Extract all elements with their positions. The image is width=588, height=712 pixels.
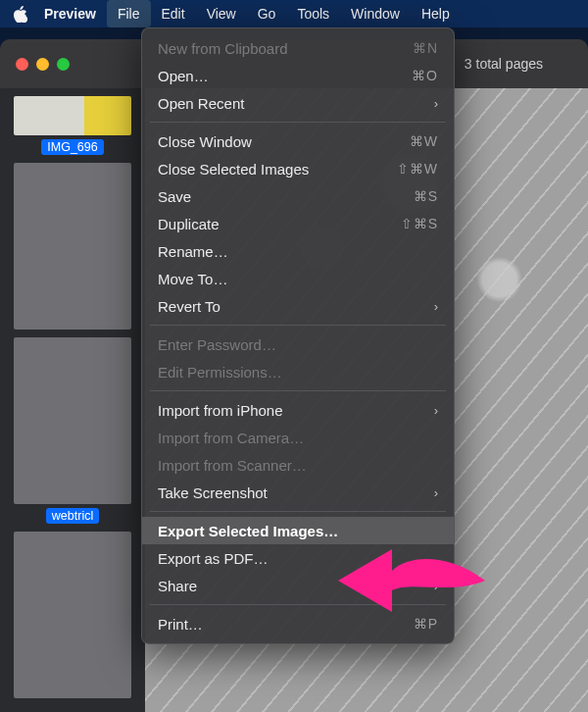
menu-item-rename[interactable]: Rename… xyxy=(142,237,454,265)
menu-item-label: Import from iPhone xyxy=(158,402,426,419)
menu-item-label: Open Recent xyxy=(158,95,426,112)
menubar-edit[interactable]: Edit xyxy=(151,0,196,27)
menu-item-duplicate[interactable]: Duplicate⇧⌘S xyxy=(142,210,454,237)
menu-item-take-screenshot[interactable]: Take Screenshot› xyxy=(142,479,454,506)
menu-item-label: Close Selected Images xyxy=(158,161,397,178)
menu-item-shortcut: ⌘W xyxy=(410,133,438,149)
menu-item-shortcut: ⌘S xyxy=(414,188,438,204)
menu-separator xyxy=(150,122,446,123)
menu-item-label: New from Clipboard xyxy=(158,40,413,57)
menubar-file[interactable]: File xyxy=(107,0,151,27)
menu-item-label: Save xyxy=(158,188,414,205)
menubar-go[interactable]: Go xyxy=(247,0,287,27)
menu-item-shortcut: ⇧⌘S xyxy=(401,216,438,231)
menu-item-label: Open… xyxy=(158,68,412,84)
menu-item-edit-permissions: Edit Permissions… xyxy=(142,358,454,385)
menu-item-revert-to[interactable]: Revert To› xyxy=(142,292,454,320)
menubar-window[interactable]: Window xyxy=(340,0,411,27)
menubar-view[interactable]: View xyxy=(196,0,247,27)
menu-item-import-from-iphone[interactable]: Import from iPhone› xyxy=(142,396,454,424)
menu-item-new-from-clipboard: New from Clipboard⌘N xyxy=(142,34,454,62)
window-minimize-button[interactable] xyxy=(36,58,49,71)
menu-item-label: Move To… xyxy=(158,271,438,287)
thumbnail-image xyxy=(14,337,131,504)
menu-item-open[interactable]: Open…⌘O xyxy=(142,62,454,89)
menu-item-print[interactable]: Print…⌘P xyxy=(142,610,454,637)
thumbnail-image xyxy=(14,532,131,698)
chevron-right-icon: › xyxy=(434,96,438,111)
menu-separator xyxy=(150,511,446,512)
menu-item-label: Print… xyxy=(158,616,414,633)
menu-item-label: Share xyxy=(158,578,426,594)
menu-item-share[interactable]: Share› xyxy=(142,572,454,599)
menu-item-close-selected-images[interactable]: Close Selected Images⇧⌘W xyxy=(142,155,454,182)
window-zoom-button[interactable] xyxy=(57,58,70,71)
chevron-right-icon: › xyxy=(434,485,438,500)
thumbnail-label: webtricl xyxy=(46,508,99,524)
thumbnail-item[interactable]: IMG_696 xyxy=(10,96,135,155)
menu-item-enter-password: Enter Password… xyxy=(142,331,454,358)
thumbnail-image xyxy=(14,96,131,135)
menu-item-shortcut: ⌘P xyxy=(414,616,438,632)
menu-separator xyxy=(150,604,446,605)
menu-item-label: Revert To xyxy=(158,298,426,315)
thumbnail-item[interactable] xyxy=(10,532,135,698)
menu-item-close-window[interactable]: Close Window⌘W xyxy=(142,127,454,155)
menu-item-label: Import from Scanner… xyxy=(158,457,438,474)
apple-logo-icon[interactable] xyxy=(6,6,33,23)
thumbnail-image xyxy=(14,163,131,330)
menu-item-save[interactable]: Save⌘S xyxy=(142,182,454,210)
chevron-right-icon: › xyxy=(434,403,438,418)
window-traffic-lights xyxy=(16,58,70,71)
window-close-button[interactable] xyxy=(16,58,28,71)
chevron-right-icon: › xyxy=(434,579,438,593)
menu-item-shortcut: ⌘N xyxy=(413,40,438,56)
macos-menubar: Preview File Edit View Go Tools Window H… xyxy=(0,0,588,27)
menu-item-shortcut: ⇧⌘W xyxy=(397,161,438,177)
menu-item-label: Export Selected Images… xyxy=(158,523,438,539)
menubar-tools[interactable]: Tools xyxy=(286,0,340,27)
menu-item-label: Close Window xyxy=(158,133,410,150)
menu-item-import-from-scanner: Import from Scanner… xyxy=(142,451,454,479)
menu-item-export-as-pdf[interactable]: Export as PDF… xyxy=(142,544,454,572)
page-count-label: 3 total pages xyxy=(465,56,543,72)
menubar-app-name[interactable]: Preview xyxy=(33,0,107,27)
menu-item-label: Enter Password… xyxy=(158,336,438,353)
menu-item-label: Edit Permissions… xyxy=(158,364,438,381)
menu-item-shortcut: ⌘O xyxy=(412,68,438,83)
chevron-right-icon: › xyxy=(434,299,438,314)
thumbnail-item[interactable] xyxy=(10,163,135,330)
menu-separator xyxy=(150,390,446,391)
menu-separator xyxy=(150,325,446,326)
menubar-help[interactable]: Help xyxy=(411,0,461,27)
menu-item-import-from-camera: Import from Camera… xyxy=(142,424,454,451)
file-menu-dropdown: New from Clipboard⌘NOpen…⌘OOpen Recent›C… xyxy=(141,27,455,644)
menu-item-export-selected-images[interactable]: Export Selected Images… xyxy=(142,517,454,544)
thumbnail-label: IMG_696 xyxy=(41,139,103,155)
menu-item-open-recent[interactable]: Open Recent› xyxy=(142,89,454,117)
thumbnail-item[interactable]: webtricl xyxy=(10,337,135,524)
menu-item-label: Import from Camera… xyxy=(158,430,438,446)
menu-item-label: Export as PDF… xyxy=(158,550,438,567)
thumbnail-sidebar: IMG_696 webtricl xyxy=(0,88,145,712)
menu-item-label: Duplicate xyxy=(158,216,401,232)
menu-item-move-to[interactable]: Move To… xyxy=(142,265,454,292)
menu-item-label: Rename… xyxy=(158,243,438,260)
menu-item-label: Take Screenshot xyxy=(158,484,426,501)
